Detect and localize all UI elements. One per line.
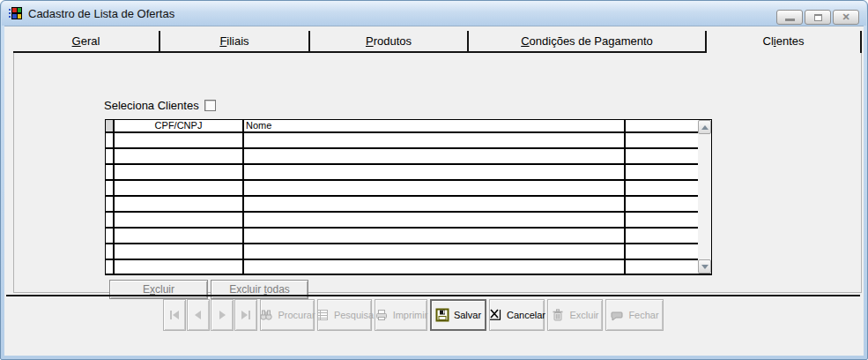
nav-last-button[interactable] xyxy=(234,299,257,331)
cpf-cnpj-cell xyxy=(115,213,244,227)
fechar-button[interactable]: Fechar xyxy=(605,299,664,331)
cpf-cnpj-cell xyxy=(115,133,244,147)
excluir-button[interactable]: Excluir xyxy=(547,299,603,331)
table-row[interactable] xyxy=(106,260,711,275)
nome-cell xyxy=(244,229,626,243)
nome-column-header[interactable]: Nome xyxy=(244,120,626,131)
scroll-down-button[interactable] xyxy=(698,259,711,274)
table-row[interactable] xyxy=(106,244,711,260)
seleciona-clientes-label: Seleciona Clientes xyxy=(104,99,199,112)
table-list-icon xyxy=(315,308,330,322)
clientes-tab-page: Seleciona Clientes CPF/CNPJ Nome xyxy=(13,53,862,293)
cpf-cnpj-cell xyxy=(115,260,244,275)
row-indicator-cell xyxy=(106,244,115,259)
nome-cell xyxy=(244,244,626,259)
nome-cell xyxy=(244,165,626,179)
nome-cell xyxy=(244,181,626,195)
cancelar-label: Cancelar xyxy=(507,310,545,320)
filler-cell xyxy=(626,260,696,275)
row-indicator-cell xyxy=(106,165,115,179)
salvar-label: Salvar xyxy=(454,310,481,320)
app-icon xyxy=(9,6,23,20)
table-row[interactable] xyxy=(106,213,711,229)
client-area: Geral Filiais Produtos Condições de Paga… xyxy=(4,26,864,356)
tab-geral[interactable]: Geral xyxy=(13,31,160,53)
nav-prior-button[interactable] xyxy=(187,299,210,331)
grid-vertical-scrollbar[interactable] xyxy=(698,120,711,274)
table-row[interactable] xyxy=(106,165,711,181)
cpf-cnpj-cell xyxy=(115,181,244,195)
nav-first-icon xyxy=(169,310,180,320)
grid-rows xyxy=(106,133,711,275)
table-row[interactable] xyxy=(106,149,711,165)
maximize-icon xyxy=(814,14,822,21)
cpf-cnpj-cell xyxy=(115,197,244,211)
filler-cell xyxy=(626,181,696,195)
trash-icon xyxy=(551,308,565,322)
fechar-label: Fechar xyxy=(628,310,658,320)
arrow-down-icon xyxy=(701,265,708,269)
table-row[interactable] xyxy=(106,229,711,244)
table-row[interactable] xyxy=(106,133,711,149)
filler-cell xyxy=(626,213,696,227)
minimize-icon xyxy=(785,19,795,21)
grid-header: CPF/CNPJ Nome xyxy=(106,120,711,133)
nome-cell xyxy=(244,213,626,227)
scroll-up-button[interactable] xyxy=(698,120,711,134)
filler-cell xyxy=(626,197,696,211)
row-indicator-cell xyxy=(106,133,115,147)
row-indicator-cell xyxy=(106,213,115,227)
tab-condicoes-de-pagamento[interactable]: Condições de Pagamento xyxy=(469,31,705,53)
imprimir-label: Imprimir xyxy=(393,310,428,320)
nome-cell xyxy=(244,197,626,211)
indicator-column-header xyxy=(106,120,115,131)
imprimir-button[interactable]: Imprimir xyxy=(375,299,427,331)
excluir-label: Excluir xyxy=(569,310,598,320)
row-indicator-cell xyxy=(106,229,115,243)
tab-produtos[interactable]: Produtos xyxy=(310,31,469,53)
pesquisa-button[interactable]: Pesquisa xyxy=(317,299,372,331)
filler-cell xyxy=(626,244,696,259)
minimize-button[interactable] xyxy=(776,10,803,25)
cancelar-button[interactable]: Cancelar xyxy=(489,299,545,331)
table-row[interactable] xyxy=(106,197,711,213)
title-bar[interactable]: Cadastro de Lista de Ofertas ✕ xyxy=(2,1,866,26)
salvar-button[interactable]: Salvar xyxy=(430,299,486,331)
toolbar-separator xyxy=(6,295,860,296)
nome-cell xyxy=(244,149,626,163)
nav-next-button[interactable] xyxy=(211,299,234,331)
close-icon: ✕ xyxy=(842,12,849,22)
close-button[interactable]: ✕ xyxy=(833,10,859,25)
arrow-up-icon xyxy=(701,125,708,130)
procurar-button[interactable]: Procurar xyxy=(260,299,315,331)
pesquisa-label: Pesquisa xyxy=(334,310,374,320)
row-indicator-cell xyxy=(106,149,115,163)
cancel-x-icon xyxy=(488,308,502,322)
row-indicator-cell xyxy=(106,197,115,211)
filler-cell xyxy=(626,133,696,147)
app-window: Cadastro de Lista de Ofertas ✕ Geral Fil… xyxy=(0,0,868,360)
cpf-cnpj-column-header[interactable]: CPF/CNPJ xyxy=(115,120,244,131)
bottom-toolbar: Procurar Pesquisa Imprimir xyxy=(4,299,864,334)
nome-cell xyxy=(244,133,626,147)
table-row[interactable] xyxy=(106,181,711,197)
cpf-cnpj-cell xyxy=(115,244,244,259)
nome-cell xyxy=(244,260,626,275)
nav-last-icon xyxy=(241,310,251,320)
tab-strip: Geral Filiais Produtos Condições de Paga… xyxy=(13,31,864,53)
procurar-label: Procurar xyxy=(278,310,315,320)
filler-cell xyxy=(626,149,696,163)
floppy-disk-icon xyxy=(435,308,449,322)
seleciona-clientes-checkbox[interactable] xyxy=(204,100,216,111)
nav-prior-icon xyxy=(193,310,204,320)
tab-clientes[interactable]: Clientes xyxy=(705,31,862,53)
maximize-button[interactable] xyxy=(805,10,831,25)
row-indicator-cell xyxy=(106,181,115,195)
binoculars-icon xyxy=(259,308,273,322)
nav-first-button[interactable] xyxy=(163,299,186,331)
tab-filiais[interactable]: Filiais xyxy=(160,31,310,53)
cpf-cnpj-cell xyxy=(115,165,244,179)
clientes-grid[interactable]: CPF/CNPJ Nome xyxy=(105,119,712,275)
filler-cell xyxy=(626,165,696,179)
window-title: Cadastro de Lista de Ofertas xyxy=(28,7,174,20)
